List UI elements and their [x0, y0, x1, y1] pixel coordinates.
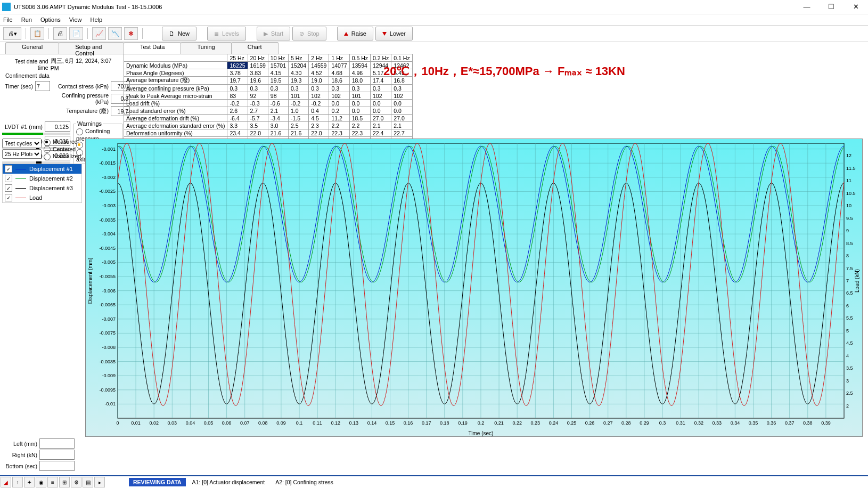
close-button[interactable]: ✕: [844, 0, 868, 14]
sb-btn-4[interactable]: ◉: [36, 477, 46, 487]
svg-text:-0.002: -0.002: [102, 175, 116, 180]
svg-text:0.22: 0.22: [512, 420, 522, 426]
timer-label: Timer (sec): [3, 83, 35, 90]
axis-bottom-label: Bottom (sec): [2, 463, 39, 469]
chart3-button[interactable]: ✱: [124, 27, 138, 40]
axis-right-input[interactable]: [39, 450, 75, 460]
svg-text:-0.008: -0.008: [102, 345, 116, 350]
menubar: File Run Options View Help: [0, 14, 868, 26]
legend-item[interactable]: ✓Displacement #2: [3, 174, 81, 183]
timer-input[interactable]: [35, 81, 50, 91]
chart2-button[interactable]: 📉: [108, 27, 122, 40]
lvdt1-input[interactable]: [45, 121, 70, 132]
app-icon: [2, 3, 11, 11]
svg-text:-0.01: -0.01: [104, 401, 116, 406]
sb-btn-9[interactable]: ▸: [94, 477, 105, 487]
axis-left-input[interactable]: [39, 438, 75, 449]
radio-measured[interactable]: Measured: [44, 139, 81, 146]
svg-text:2: 2: [846, 403, 849, 409]
svg-text:0.03: 0.03: [168, 420, 177, 426]
svg-text:0.32: 0.32: [694, 420, 703, 426]
svg-text:Displacement (mm): Displacement (mm): [87, 258, 93, 304]
svg-text:0.23: 0.23: [531, 420, 541, 426]
tab-general[interactable]: General: [5, 42, 59, 54]
svg-text:0.3: 0.3: [659, 420, 666, 426]
svg-text:-0.0095: -0.0095: [99, 387, 116, 393]
legend-checkbox[interactable]: ✓: [5, 165, 12, 173]
svg-text:3: 3: [846, 378, 849, 384]
svg-text:0.02: 0.02: [149, 420, 159, 426]
copy-button[interactable]: 📋: [30, 27, 44, 40]
contact-label: Contact stress (kPa): [50, 83, 111, 90]
svg-text:0.15: 0.15: [386, 420, 395, 426]
svg-text:-0.005: -0.005: [102, 259, 116, 265]
legend-item[interactable]: ✓Displacement #1: [3, 164, 81, 174]
stop-button[interactable]: ⊘Stop: [292, 27, 326, 40]
legend-item[interactable]: ✓Displacement #3: [3, 183, 81, 193]
svg-text:0.14: 0.14: [367, 420, 377, 426]
maximize-button[interactable]: ☐: [819, 0, 844, 14]
window-title: UTS006 3.06 AMPT Dynamic Modulus Test - …: [14, 4, 162, 10]
svg-text:0.19: 0.19: [458, 420, 468, 426]
chart-area[interactable]: 00.010.020.030.040.050.060.070.080.090.1…: [85, 139, 863, 437]
sb-btn-8[interactable]: ▤: [83, 477, 93, 487]
sb-btn-6[interactable]: ⊞: [59, 477, 70, 487]
radio-normalized[interactable]: Normalized: [44, 153, 81, 160]
tab-chart[interactable]: Chart: [231, 42, 279, 54]
svg-text:11: 11: [846, 178, 851, 183]
svg-text:8.5: 8.5: [846, 241, 853, 246]
levels-icon: ≣: [214, 30, 219, 37]
export-button[interactable]: 📄: [69, 27, 83, 40]
sb-btn-5[interactable]: ≡: [47, 477, 58, 487]
svg-text:-0.0055: -0.0055: [99, 274, 116, 279]
tab-setup[interactable]: Setup and Control: [59, 42, 124, 54]
radio-centered[interactable]: Centered: [44, 146, 81, 153]
status-a1[interactable]: A1: [0] Actuator displacement: [188, 478, 269, 486]
menu-run[interactable]: Run: [21, 17, 32, 23]
sb-btn-7[interactable]: ⚙: [71, 477, 81, 487]
tab-testdata[interactable]: Test Data: [124, 42, 181, 54]
sb-btn-1[interactable]: ◢: [1, 477, 11, 487]
svg-text:8: 8: [846, 253, 849, 258]
warnings-title: Warnings: [76, 120, 103, 127]
legend-checkbox[interactable]: ✓: [5, 175, 12, 182]
levels-button[interactable]: ≣Levels: [207, 27, 246, 40]
menu-view[interactable]: View: [69, 17, 82, 23]
svg-text:7: 7: [846, 278, 849, 283]
svg-text:0.1: 0.1: [296, 420, 303, 426]
datetime-value: 周三, 6月 12, 2024, 3:07 PM: [51, 58, 120, 71]
svg-text:0.28: 0.28: [621, 420, 631, 426]
svg-text:0.29: 0.29: [640, 420, 649, 426]
sb-btn-2[interactable]: ↑: [12, 477, 23, 487]
print-button[interactable]: 🖨: [53, 27, 67, 40]
raise-icon: [344, 32, 348, 36]
legend-checkbox[interactable]: ✓: [5, 194, 12, 201]
plots-select[interactable]: 25 Hz Plots: [2, 149, 42, 159]
menu-file[interactable]: File: [3, 17, 13, 23]
sb-btn-3[interactable]: ✦: [24, 477, 35, 487]
tab-tuning[interactable]: Tuning: [181, 42, 231, 54]
svg-text:3.5: 3.5: [846, 365, 853, 371]
axis-bottom-input[interactable]: [39, 461, 75, 471]
menu-options[interactable]: Options: [40, 17, 61, 23]
lower-button[interactable]: Lower: [375, 27, 413, 40]
svg-text:-0.003: -0.003: [102, 203, 116, 208]
chart1-button[interactable]: 📈: [92, 27, 106, 40]
svg-text:4: 4: [846, 353, 849, 359]
minimize-button[interactable]: —: [795, 0, 819, 14]
raise-button[interactable]: Raise: [337, 27, 373, 40]
svg-text:-0.0075: -0.0075: [99, 330, 116, 336]
svg-text:0.25: 0.25: [567, 420, 577, 426]
new-button[interactable]: 🗋New: [162, 27, 196, 40]
new-icon: 🗋: [169, 30, 175, 37]
start-button[interactable]: ▶Start: [257, 27, 290, 40]
legend-checkbox[interactable]: ✓: [5, 184, 12, 192]
titlebar: UTS006 3.06 AMPT Dynamic Modulus Test - …: [0, 0, 868, 14]
print-dropdown[interactable]: 🖨▾: [3, 27, 21, 40]
status-a2[interactable]: A2: [0] Confining stress: [271, 478, 338, 486]
menu-help[interactable]: Help: [91, 17, 103, 23]
legend-item[interactable]: ✓Load: [3, 193, 81, 202]
cycles-select[interactable]: Test cycles: [2, 139, 42, 148]
svg-text:6: 6: [846, 303, 849, 308]
svg-text:Load (kN): Load (kN): [854, 269, 860, 292]
